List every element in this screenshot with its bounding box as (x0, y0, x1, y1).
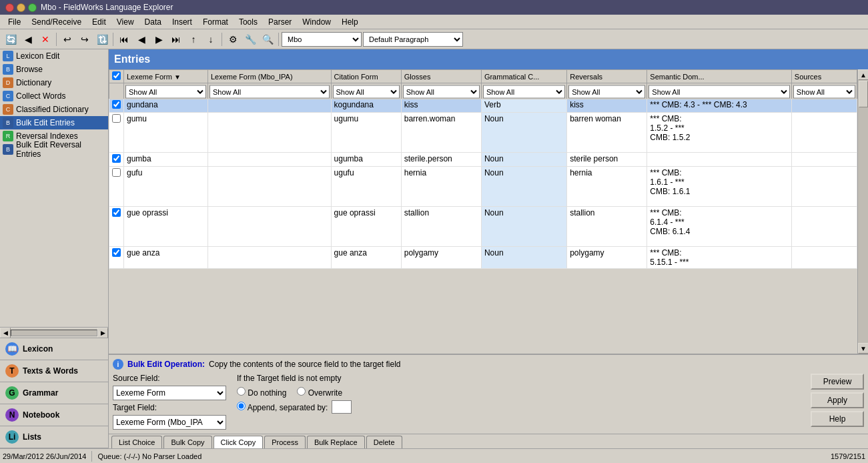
back-button[interactable]: 🔄 (3, 31, 19, 47)
filter-reversals[interactable]: Show All (567, 84, 647, 99)
apply-button[interactable]: Apply (811, 392, 864, 408)
scroll-track[interactable] (858, 80, 868, 343)
menu-parser[interactable]: Parser (263, 16, 297, 28)
cell-glosses[interactable]: polygamy (401, 247, 481, 269)
tool-btn2[interactable]: 🔧 (242, 31, 258, 47)
filter-reversals-select[interactable]: Show All (568, 85, 645, 99)
nav-first[interactable]: ⏮ (116, 31, 132, 47)
scroll-thumb[interactable] (859, 81, 868, 107)
row-check[interactable] (109, 247, 124, 269)
menu-view[interactable]: View (111, 16, 139, 28)
nav-prev[interactable]: ◀ (133, 31, 149, 47)
tab-bulk-replace[interactable]: Bulk Replace (307, 436, 365, 448)
cell-reversals[interactable]: kiss (567, 99, 647, 113)
menu-insert[interactable]: Insert (167, 16, 197, 28)
source-field-select[interactable]: Lexeme Form Citation Form Glosses (113, 386, 226, 400)
close-button[interactable] (5, 3, 14, 12)
cell-reversals[interactable]: hernia (567, 167, 647, 207)
radio-overwrite-label[interactable]: Overwrite (297, 387, 342, 398)
cell-glosses[interactable]: stallion (401, 207, 481, 247)
cell-citation[interactable]: ugumba (331, 153, 401, 167)
nav-lists[interactable]: Li Lists (0, 426, 108, 448)
cell-lexeme[interactable]: gumba (124, 153, 208, 167)
row-check[interactable] (109, 207, 124, 247)
refresh-button[interactable]: 🔃 (94, 31, 110, 47)
cell-grammatical[interactable]: Noun (481, 247, 566, 269)
table-row[interactable]: gumu ugumu barren.woman Noun barren woma… (109, 113, 857, 153)
cell-glosses[interactable]: barren.woman (401, 113, 481, 153)
nav-lexicon[interactable]: 📖 Lexicon (0, 338, 108, 360)
nav-next[interactable]: ▶ (151, 31, 167, 47)
row-check[interactable] (109, 153, 124, 167)
scroll-down-btn[interactable]: ▼ (858, 343, 868, 354)
table-row[interactable]: gumba ugumba sterile.person Noun sterile… (109, 153, 857, 167)
cell-grammatical[interactable]: Noun (481, 153, 566, 167)
select-all-checkbox[interactable] (112, 71, 121, 80)
radio-append-label[interactable]: Append, separated by: (237, 402, 328, 412)
target-field-select[interactable]: Lexeme Form (Mbo_IPA Citation Form (113, 415, 226, 430)
tab-click-copy[interactable]: Click Copy (213, 436, 264, 448)
tab-delete[interactable]: Delete (366, 436, 402, 448)
row-check[interactable] (109, 167, 124, 207)
tab-list-choice[interactable]: List Choice (111, 436, 162, 448)
vertical-scrollbar[interactable]: ▲ ▼ (857, 69, 868, 354)
language-combo[interactable]: Mbo (282, 32, 362, 47)
filter-sources[interactable]: Show All (791, 84, 857, 99)
row-check[interactable] (109, 113, 124, 153)
cell-grammatical[interactable]: Noun (481, 207, 566, 247)
filter-glosses-select[interactable]: Show All (403, 85, 480, 99)
cell-lexeme[interactable]: gufu (124, 167, 208, 207)
sidebar-item-dictionary[interactable]: D Dictionary (0, 76, 108, 89)
tab-bulk-copy[interactable]: Bulk Copy (163, 436, 211, 448)
filter-glosses[interactable]: Show All (401, 84, 481, 99)
sidebar-item-classified-dict[interactable]: C Classified Dictionary (0, 103, 108, 116)
menu-data[interactable]: Data (139, 16, 167, 28)
sidebar-scroll-right[interactable]: ▶ (97, 328, 108, 338)
row-check[interactable] (109, 99, 124, 113)
maximize-button[interactable] (28, 3, 37, 12)
cell-lexeme[interactable]: gue oprassi (124, 207, 208, 247)
tab-process[interactable]: Process (264, 436, 306, 448)
cell-citation[interactable]: ugumu (331, 113, 401, 153)
menu-tools[interactable]: Tools (234, 16, 263, 28)
cell-reversals[interactable]: polygamy (567, 247, 647, 269)
filter-ipa[interactable]: Show All (207, 84, 331, 99)
menu-window[interactable]: Window (297, 16, 336, 28)
radio-nothing-label[interactable]: Do nothing (237, 387, 286, 398)
table-row[interactable]: gufu ugufu hernia Noun hernia *** CMB:1.… (109, 167, 857, 207)
filter-grammatical[interactable]: Show All (481, 84, 566, 99)
filter-lexeme-select[interactable]: Show All (125, 85, 206, 99)
nav-texts-words[interactable]: T Texts & Words (0, 360, 108, 382)
cell-citation[interactable]: ugufu (331, 167, 401, 207)
nav-down[interactable]: ↓ (203, 31, 219, 47)
minimize-button[interactable] (17, 3, 25, 12)
filter-lexeme[interactable]: Show All (124, 84, 208, 99)
table-row[interactable]: gundana kogundana kiss Verb kiss *** CMB… (109, 99, 857, 113)
window-controls[interactable] (5, 3, 37, 12)
sidebar-item-bulk-edit[interactable]: B Bulk Edit Entries (0, 116, 108, 129)
cell-grammatical[interactable]: Verb (481, 99, 566, 113)
menu-file[interactable]: File (3, 16, 26, 28)
redo-button[interactable]: ↪ (77, 31, 93, 47)
append-separator-input[interactable]: , (332, 400, 352, 414)
sidebar-item-collect-words[interactable]: C Collect Words (0, 89, 108, 103)
forward-button[interactable]: ◀ (20, 31, 36, 47)
help-button[interactable]: Help (811, 411, 864, 427)
cell-citation[interactable]: gue anza (331, 247, 401, 269)
sort-icon-lexeme[interactable]: ▼ (174, 73, 181, 81)
nav-last[interactable]: ⏭ (168, 31, 184, 47)
filter-semantic-select[interactable]: Show All (648, 85, 789, 99)
table-row[interactable]: gue oprassi gue oprassi stallion Noun st… (109, 207, 857, 247)
filter-citation[interactable]: Show All (331, 84, 401, 99)
nav-grammar[interactable]: G Grammar (0, 382, 108, 404)
cell-glosses[interactable]: kiss (401, 99, 481, 113)
cell-glosses[interactable]: sterile.person (401, 153, 481, 167)
menu-help[interactable]: Help (336, 16, 364, 28)
radio-append[interactable] (237, 402, 246, 410)
cell-glosses[interactable]: hernia (401, 167, 481, 207)
sidebar-item-lexicon-edit[interactable]: L Lexicon Edit (0, 49, 108, 63)
filter-sources-select[interactable]: Show All (793, 85, 855, 99)
cell-lexeme[interactable]: gumu (124, 113, 208, 153)
tool-btn1[interactable]: ⚙ (225, 31, 241, 47)
undo-button[interactable]: ↩ (59, 31, 75, 47)
